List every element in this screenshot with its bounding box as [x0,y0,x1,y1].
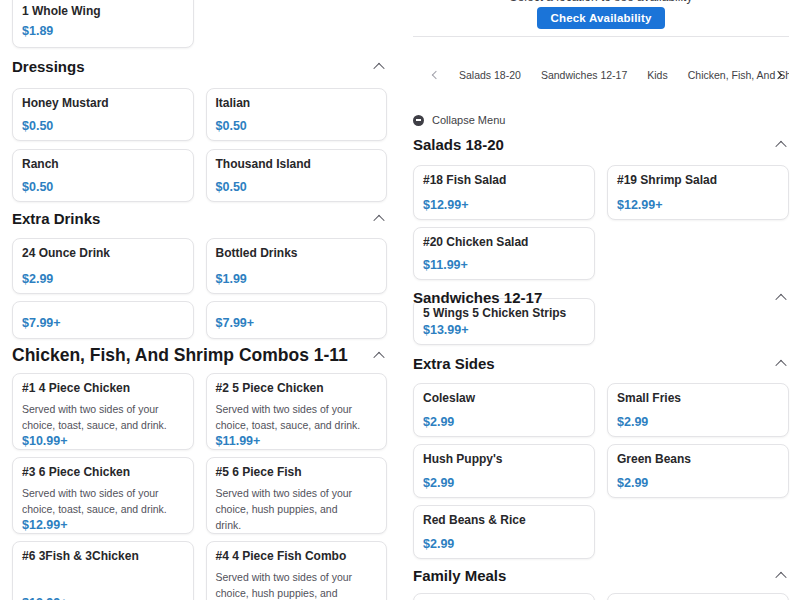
chevron-up-icon[interactable] [775,360,786,371]
menu-item-card[interactable]: 24 Ounce Drink $2.99 [12,238,194,294]
chevron-up-icon[interactable] [373,215,384,226]
section-header-dressings[interactable]: Dressings [12,57,387,77]
item-name: #1 4 Piece Chicken [22,381,184,396]
item-description: Served with two sides of your choice, to… [216,402,365,434]
menu-item-card[interactable]: Small Fries $2.99 [607,383,789,437]
item-price: $12.99+ [617,198,779,212]
menu-item-card[interactable]: Ranch $0.50 [12,149,194,202]
item-description: Served with two sides of your choice, hu… [216,486,365,533]
section-title: Extra Drinks [12,209,100,229]
item-name: #19 Shrimp Salad [617,173,779,188]
item-price: $12.99+ [423,198,585,212]
menu-item-card[interactable]: #6 3Fish & 3Chicken $12.99+ [12,541,194,600]
nav-tab-salads[interactable]: Salads 18-20 [459,69,521,81]
menu-item-card[interactable]: Red Beans & Rice $2.99 [413,505,595,559]
menu-item-card[interactable]: #18 Fish Salad $12.99+ [413,165,595,220]
chevron-up-icon[interactable] [373,63,384,74]
item-price: $1.89 [22,24,184,38]
section-title: Family Meals [413,566,506,586]
item-price: $11.99+ [423,258,585,272]
collapse-menu-label: Collapse Menu [432,114,505,126]
check-availability-button[interactable]: Check Availability [537,7,664,29]
item-description: Served with two sides of your choice, hu… [216,570,365,600]
item-name: Green Beans [617,452,779,467]
menu-item-card[interactable]: #1 4 Piece Chicken Served with two sides… [12,373,194,450]
menu-scroll-panel-right[interactable]: Select a location to see availability Ch… [400,0,800,600]
item-name: Italian [216,96,378,111]
item-price: $0.50 [22,180,184,194]
collapse-minus-icon[interactable] [413,115,424,126]
menu-item-card[interactable]: #5 6 Piece Fish Served with two sides of… [206,457,388,534]
item-name: Honey Mustard [22,96,184,111]
chevron-up-icon[interactable] [775,294,786,305]
item-name: Red Beans & Rice [423,513,585,528]
menu-scroll-panel-left[interactable]: 1 Whole Wing $1.89 Dressings Honey Musta… [0,0,400,600]
section-header-sandwiches[interactable]: Sandwiches 12-17 [413,288,789,308]
item-price: $12.99+ [22,596,184,600]
item-price: $2.99 [22,272,184,286]
menu-item-card[interactable]: 8 Piece Family Meal [413,593,595,600]
item-price: $0.50 [22,119,184,133]
item-price: $1.99 [216,272,378,286]
menu-item-card[interactable]: Coleslaw $2.99 [413,383,595,437]
section-title: Dressings [12,57,85,77]
item-name: Coleslaw [423,391,585,406]
section-header-salads[interactable]: Salads 18-20 [413,135,789,155]
section-header-extra-drinks[interactable]: Extra Drinks [12,209,387,229]
item-name: #6 3Fish & 3Chicken [22,549,184,564]
item-name: #2 5 Piece Chicken [216,381,378,396]
collapse-menu-control[interactable]: Collapse Menu [413,114,789,126]
section-title: Sandwiches 12-17 [413,288,542,308]
menu-item-card[interactable]: #2 5 Piece Chicken Served with two sides… [206,373,388,450]
menu-item-card[interactable]: Bottled Drinks $1.99 [206,238,388,294]
availability-note-clipped: Select a location to see availability [413,0,789,4]
item-price: $11.99+ [216,434,378,448]
item-name: #3 6 Piece Chicken [22,465,184,480]
section-header-extra-sides[interactable]: Extra Sides [413,354,789,374]
chevron-up-icon[interactable] [373,351,384,362]
menu-item-card[interactable]: Hush Puppy's $2.99 [413,444,595,498]
item-name: #18 Fish Salad [423,173,585,188]
menu-item-card[interactable]: $7.99+ [206,301,388,339]
menu-item-card[interactable]: Italian $0.50 [206,88,388,141]
chevron-up-icon[interactable] [775,141,786,152]
item-name: Bottled Drinks [216,246,378,261]
section-header-family-meals[interactable]: Family Meals [413,566,789,586]
item-name: 1 Whole Wing [22,4,184,19]
item-name: 24 Ounce Drink [22,246,184,261]
nav-scroll-left-icon[interactable] [432,71,440,79]
item-name: #5 6 Piece Fish [216,465,378,480]
item-price: $12.99+ [22,518,184,532]
item-price: $7.99+ [22,316,184,330]
item-name: Thousand Island [216,157,378,172]
item-name: Ranch [22,157,184,172]
item-description: Served with two sides of your choice, to… [22,486,171,518]
menu-item-card[interactable]: #20 Chicken Salad $11.99+ [413,227,595,280]
section-header-combos[interactable]: Chicken, Fish, And Shrimp Combos 1-11 [12,345,387,366]
menu-item-card[interactable]: Green Beans $2.99 [607,444,789,498]
item-price: $10.99+ [22,434,184,448]
section-title: Chicken, Fish, And Shrimp Combos 1-11 [12,345,348,366]
menu-item-card[interactable]: Thousand Island $0.50 [206,149,388,202]
item-price: $2.99 [423,537,585,551]
menu-item-card[interactable]: Honey Mustard $0.50 [12,88,194,141]
section-title: Extra Sides [413,354,495,374]
menu-item-card[interactable]: $7.99+ [12,301,194,339]
item-name: #20 Chicken Salad [423,235,585,250]
menu-item-card[interactable]: #19 Shrimp Salad $12.99+ [607,165,789,220]
item-price: $13.99+ [423,323,585,337]
section-nav-bar[interactable]: Salads 18-20 Sandwiches 12-17 Kids Chick… [413,67,789,83]
item-price: $7.99+ [216,316,378,330]
chevron-up-icon[interactable] [775,572,786,583]
item-description: Served with two sides of your choice, to… [22,402,171,434]
menu-item-card[interactable]: #4 4 Piece Fish Combo Served with two si… [206,541,388,600]
item-name: Hush Puppy's [423,452,585,467]
menu-item-card[interactable]: 1 Whole Wing $1.89 [12,0,194,48]
item-price: $2.99 [617,415,779,429]
nav-tab-sandwiches[interactable]: Sandwiches 12-17 [541,69,627,81]
item-name: Small Fries [617,391,779,406]
menu-item-card[interactable]: 12 Piece Family Meal [607,593,789,600]
menu-item-card[interactable]: #3 6 Piece Chicken Served with two sides… [12,457,194,534]
nav-tab-kids[interactable]: Kids [647,69,667,81]
item-price: $2.99 [617,476,779,490]
